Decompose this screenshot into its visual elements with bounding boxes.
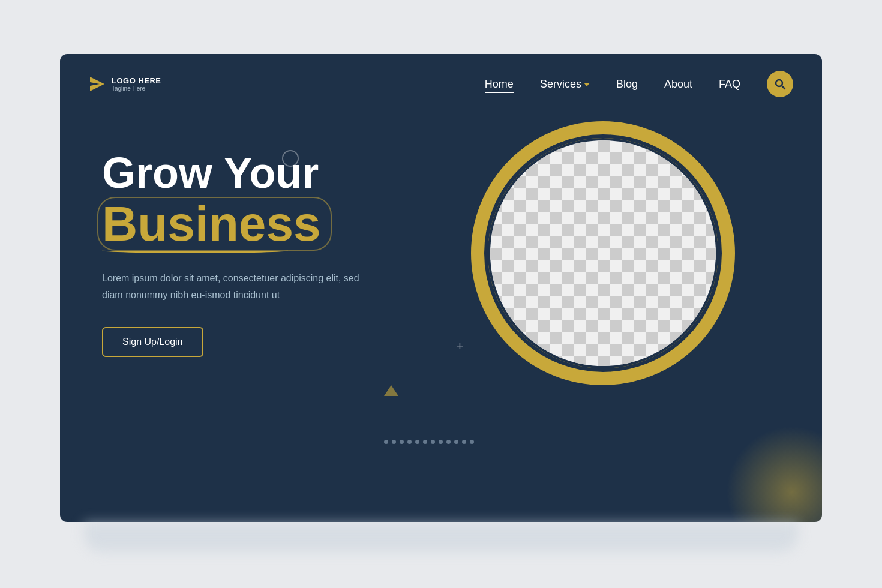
- hero-image-frame: [471, 121, 735, 385]
- signup-login-button[interactable]: Sign Up/Login: [102, 327, 203, 357]
- checker-pattern: [490, 140, 716, 366]
- hero-section: Grow Your Business Lorem ipsum dolor sit…: [60, 97, 822, 409]
- svg-marker-0: [90, 77, 104, 91]
- nav-services[interactable]: Services: [540, 78, 590, 91]
- search-icon: [774, 78, 786, 90]
- nav-about[interactable]: About: [664, 78, 692, 91]
- business-highlight: Business: [102, 199, 321, 248]
- hero-image-placeholder: [490, 140, 716, 366]
- logo-text: LOGO HERE Tagline Here: [112, 76, 161, 92]
- nav-home[interactable]: Home: [485, 78, 514, 91]
- hero-left: Grow Your Business Lorem ipsum dolor sit…: [102, 149, 426, 357]
- hero-card: LOGO HERE Tagline Here Home Services Blo…: [60, 54, 822, 522]
- svg-line-2: [782, 86, 785, 89]
- deco-glow: [726, 426, 822, 522]
- page-wrapper: LOGO HERE Tagline Here Home Services Blo…: [60, 54, 822, 534]
- search-button[interactable]: [767, 71, 793, 97]
- logo: LOGO HERE Tagline Here: [89, 76, 161, 92]
- chevron-down-icon: [584, 83, 590, 86]
- logo-tagline: Tagline Here: [112, 85, 161, 92]
- deco-dots: [384, 440, 474, 444]
- hero-title-line1: Grow Your: [102, 149, 426, 197]
- navbar: LOGO HERE Tagline Here Home Services Blo…: [60, 54, 822, 97]
- nav-links: Home Services Blog About FAQ: [485, 71, 793, 97]
- nav-blog[interactable]: Blog: [616, 78, 638, 91]
- hero-description: Lorem ipsum dolor sit amet, consectetuer…: [102, 270, 372, 302]
- card-shadow: [84, 522, 798, 552]
- logo-icon: [89, 76, 106, 92]
- hero-right: [426, 121, 780, 385]
- hero-title-line2: Business: [102, 199, 321, 248]
- nav-faq[interactable]: FAQ: [719, 78, 740, 91]
- logo-title: LOGO HERE: [112, 76, 161, 85]
